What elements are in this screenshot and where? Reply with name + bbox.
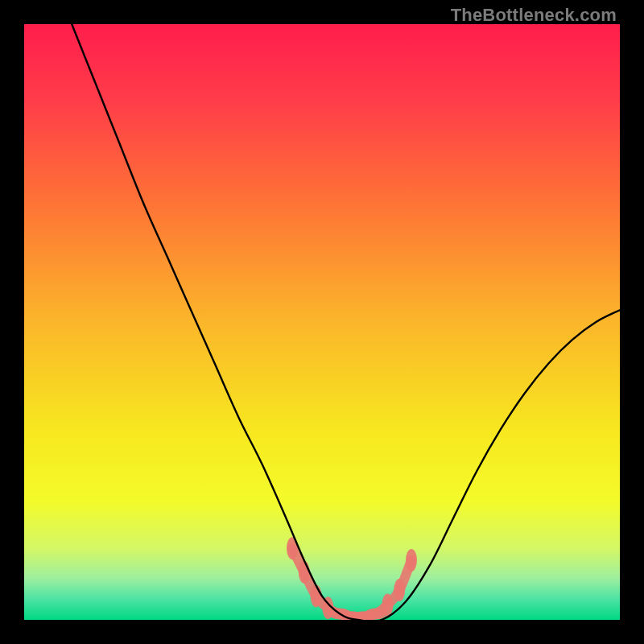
plot-area (24, 24, 620, 620)
trough-marker (287, 537, 417, 620)
watermark-text: TheBottleneck.com (451, 5, 617, 26)
chart-frame: TheBottleneck.com (0, 0, 644, 644)
svg-point-11 (406, 549, 417, 572)
svg-point-10 (394, 579, 405, 601)
svg-point-3 (311, 584, 322, 607)
curve-layer (24, 24, 620, 620)
bottleneck-curve (72, 24, 620, 620)
svg-point-9 (382, 594, 393, 617)
svg-point-2 (299, 561, 310, 584)
